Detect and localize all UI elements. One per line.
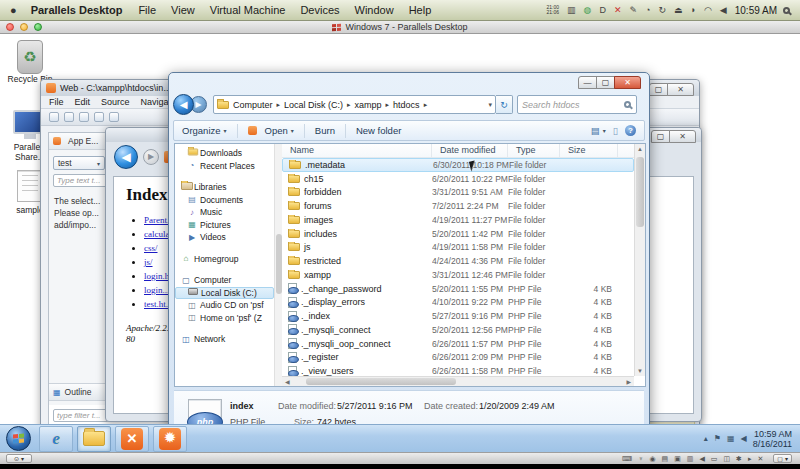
breadcrumb-dropdown-icon[interactable]: ▾ <box>488 101 492 109</box>
action-center-flag-icon[interactable]: ⚑ <box>714 434 721 443</box>
editor-close-button[interactable]: ✕ <box>667 83 694 96</box>
browser-link[interactable]: js/ <box>144 257 153 267</box>
editor-menu-source[interactable]: Source <box>101 97 130 107</box>
taskbar-xampp[interactable]: ✕ <box>115 426 149 452</box>
sidebar-item-network[interactable]: ◫Network <box>175 333 274 346</box>
table-row[interactable]: images4/19/2011 11:27 PMFile folder <box>282 213 634 227</box>
column-name[interactable]: Name <box>282 144 432 157</box>
new-folder-button[interactable]: New folder <box>356 125 401 136</box>
taskbar-clock[interactable]: 10:59 AM 8/16/2011 <box>753 429 792 449</box>
vertical-scrollbar[interactable]: ▲▼ <box>634 144 645 376</box>
sidebar-item-local-disk-c-[interactable]: Local Disk (C:) <box>175 287 274 300</box>
table-row[interactable]: .metadata6/30/2011 10:18 PMFile folder <box>282 158 634 172</box>
close-tools-icon[interactable]: ✕ <box>757 455 763 462</box>
table-row[interactable]: ._mysqli_oop_connect6/26/2011 1:57 PMPHP… <box>282 337 634 351</box>
cd-drive-icon[interactable]: ◉ <box>649 455 655 462</box>
sync-icon[interactable]: ↻ <box>658 6 666 15</box>
menubar-menu-virtual-machine[interactable]: Virtual Machine <box>210 4 286 16</box>
keyboard-icon[interactable]: ⌨ <box>622 455 632 462</box>
vm-power-button[interactable]: ⊙▾ <box>6 454 32 463</box>
printer-icon[interactable]: ▥ <box>687 455 694 462</box>
video-icon[interactable]: ▤ <box>662 455 669 462</box>
menubar-menu-window[interactable]: Window <box>355 4 394 16</box>
preview-pane-button[interactable]: ▯ <box>613 125 618 136</box>
burn-button[interactable]: Burn <box>315 125 335 136</box>
sidebar-item-pictures[interactable]: ▦Pictures <box>175 219 274 232</box>
editor-tool-icon[interactable] <box>109 112 119 122</box>
browser-link[interactable]: css/ <box>144 243 158 253</box>
chat-icon[interactable]: ◗ <box>691 6 696 15</box>
gear-icon[interactable]: ✱ <box>736 455 742 462</box>
explorer-window[interactable]: — ▢ ✕ ◀ ▶ Computer▸Local Disk (C:)▸xampp… <box>168 72 650 424</box>
d-status-icon[interactable]: D <box>599 6 606 15</box>
shared-profile-icon[interactable]: ▸ <box>748 455 752 462</box>
eject-icon[interactable]: ⏏ <box>674 6 683 15</box>
taskbar-windows-explorer[interactable] <box>77 426 111 452</box>
table-row[interactable]: forums7/2/2011 2:24 PMFile folder <box>282 199 634 213</box>
breadcrumb-item-xampp[interactable]: xampp <box>355 100 382 110</box>
table-row[interactable]: xampp3/31/2011 12:46 PMFile folder <box>282 268 634 282</box>
menubar-clock[interactable]: 10:59 AM <box>735 5 777 16</box>
vm-window-titlebar[interactable]: Windows 7 - Parallels Desktop <box>0 21 800 34</box>
menubar-menu-file[interactable]: File <box>138 4 156 16</box>
taskbar-xampp-control[interactable]: ✹ <box>153 426 187 452</box>
breadcrumb-item-computer[interactable]: Computer <box>233 100 273 110</box>
browser-maximize-button[interactable]: ▢ <box>651 130 670 143</box>
table-row[interactable]: ch156/20/2011 10:22 PMFile folder <box>282 172 634 186</box>
usb-icon[interactable]: ♆ <box>638 455 643 462</box>
network-adapter-icon[interactable]: ◫ <box>723 455 730 462</box>
editor-menu-edit[interactable]: Edit <box>75 97 91 107</box>
sidebar-item-recent-places[interactable]: ◔Recent Places <box>175 160 274 173</box>
refresh-button[interactable]: ↻ <box>496 95 513 114</box>
spotlight-icon[interactable] <box>783 7 790 14</box>
volume-tray-icon[interactable]: ◀ <box>740 434 746 443</box>
table-row[interactable]: ._register6/26/2011 2:09 PMPHP File4 KB <box>282 351 634 365</box>
menubar-app-name[interactable]: Parallels Desktop <box>31 4 123 16</box>
sidebar-item-downloads[interactable]: Downloads <box>175 147 274 160</box>
table-row[interactable]: forbidden3/31/2011 9:51 AMFile folder <box>282 186 634 200</box>
explorer-minimize-button[interactable]: — <box>578 76 597 89</box>
table-row[interactable]: ._view_users6/26/2011 1:58 PMPHP File4 K… <box>282 364 634 376</box>
column-date-modified[interactable]: Date modified <box>432 144 508 157</box>
desktop-icon-recycle-bin[interactable]: ♻ Recycle Bin <box>0 40 60 84</box>
time-machine-icon[interactable]: ◔ <box>645 6 650 15</box>
menubar-menu-help[interactable]: Help <box>409 4 432 16</box>
sidebar-item-music[interactable]: ♪Music <box>175 206 274 219</box>
table-row[interactable]: includes5/20/2011 1:42 PMFile folder <box>282 227 634 241</box>
explorer-maximize-button[interactable]: ▢ <box>596 76 615 89</box>
column-size[interactable]: Size <box>560 144 618 157</box>
explorer-close-button[interactable]: ✕ <box>614 76 641 89</box>
browser-link[interactable]: login... <box>144 285 169 295</box>
table-row[interactable]: ._display_errors4/10/2011 9:22 PMPHP Fil… <box>282 296 634 310</box>
editor-tool-icon[interactable] <box>79 112 89 122</box>
editor-project-dropdown[interactable]: test▾ <box>53 156 105 170</box>
network-tray-icon[interactable]: ▦ <box>727 434 735 443</box>
back-button[interactable]: ◀ <box>114 145 138 169</box>
pen-icon[interactable]: ✎ <box>629 6 637 15</box>
sidebar-item-documents[interactable]: ▤Documents <box>175 194 274 207</box>
tray-expand-icon[interactable]: ▴ <box>704 434 708 443</box>
taskbar-internet-explorer[interactable]: e <box>39 426 73 452</box>
floppy-icon[interactable]: ▣ <box>674 455 681 462</box>
x-status-icon[interactable]: ✕ <box>614 6 622 15</box>
sidebar-item-audio-cd-on-psf[interactable]: ◫Audio CD on 'psf <box>175 299 274 312</box>
breadcrumb-item-localdiskc[interactable]: Local Disk (C:) <box>284 100 343 110</box>
menubar-menu-view[interactable]: View <box>171 4 195 16</box>
organize-button[interactable]: Organize▾ <box>182 125 227 136</box>
column-type[interactable]: Type <box>508 144 560 157</box>
apple-icon[interactable]: ● <box>10 4 17 16</box>
sidebar-item-computer[interactable]: ▢Computer <box>175 274 274 287</box>
explorer-back-button[interactable]: ◀ <box>173 94 194 115</box>
table-row[interactable]: restricted4/24/2011 4:36 PMFile folder <box>282 254 634 268</box>
editor-tool-icon[interactable] <box>64 112 74 122</box>
sidebar-item-videos[interactable]: ▶Videos <box>175 231 274 244</box>
help-button[interactable]: ? <box>625 125 636 136</box>
parallels-status-icon[interactable]: ◍ <box>584 6 592 15</box>
open-button[interactable]: Open▾ <box>265 125 294 136</box>
volume-icon[interactable]: ◀ <box>720 6 727 15</box>
table-row[interactable]: ._change_password5/20/2011 1:55 PMPHP Fi… <box>282 282 634 296</box>
views-button[interactable]: ▤▾ <box>591 125 606 136</box>
forward-button[interactable]: ▶ <box>143 149 159 165</box>
editor-menu-file[interactable]: File <box>49 97 64 107</box>
sidebar-item-homegroup[interactable]: ⌂Homegroup <box>175 253 274 266</box>
